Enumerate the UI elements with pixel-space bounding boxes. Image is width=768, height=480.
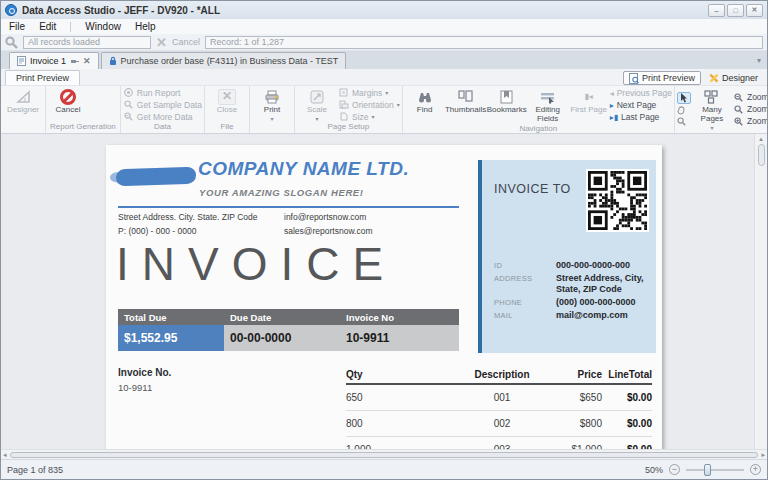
ribbon-group-zoom: Many Pages ▾ Zoom Out Zoom ▾ Z xyxy=(675,86,767,133)
window-title: Data Access Studio - JEFF - DV920 - *ALL xyxy=(22,5,220,16)
tab-close-icon[interactable]: ✕ xyxy=(83,56,91,66)
magnifier-icon xyxy=(123,100,134,110)
field-value-id: 000-000-0000-000 xyxy=(556,260,652,272)
scroll-left-icon[interactable]: ◂ xyxy=(3,451,7,458)
preview-canvas[interactable]: COMPANY NAME LTD. YOUR AMAZING SLOGAN HE… xyxy=(1,134,754,449)
vertical-scroll-thumb[interactable] xyxy=(758,144,765,166)
horizontal-scrollbar[interactable]: ◂ ▸ xyxy=(1,449,767,459)
get-sample-data-button[interactable]: Get Sample Data xyxy=(123,100,202,110)
orientation-label: Orientation xyxy=(352,100,394,110)
pointer-tool-button[interactable] xyxy=(677,92,691,104)
minimize-button[interactable]: ‒ xyxy=(708,4,725,17)
zoom-out-label: Zoom Out xyxy=(747,92,767,102)
tab-overflow-icon[interactable]: ▾ xyxy=(757,56,761,65)
view-designer-button[interactable]: Designer xyxy=(704,71,763,85)
scroll-right-icon[interactable]: ▸ xyxy=(761,451,765,458)
next-page-button[interactable]: ▸ Next Page xyxy=(610,100,672,110)
zoom-decrease-button[interactable]: − xyxy=(669,464,680,475)
size-icon xyxy=(338,112,349,122)
maximize-button[interactable]: □ xyxy=(727,4,744,17)
pin-icon[interactable] xyxy=(70,57,79,66)
invoice-no-value: 10-9911 xyxy=(118,382,152,393)
bookmarks-button[interactable]: Bookmarks xyxy=(487,87,527,124)
cancel-load-icon[interactable]: ✕ xyxy=(156,36,167,49)
get-more-data-button[interactable]: Get More Data xyxy=(123,112,202,122)
scale-button[interactable]: Scale ▾ xyxy=(297,87,337,122)
last-page-button[interactable]: ▸▮ Last Page xyxy=(610,112,672,122)
thumbnails-button[interactable]: Thumbnails xyxy=(446,87,486,124)
group-label-data: Data xyxy=(121,122,204,133)
menu-edit[interactable]: Edit xyxy=(39,21,56,32)
lock-icon xyxy=(109,56,117,66)
cancel-generation-label: Cancel xyxy=(56,106,81,115)
company-email-2: sales@reportsnow.com xyxy=(284,226,372,236)
horizontal-scroll-thumb[interactable] xyxy=(10,452,759,458)
run-report-button[interactable]: Run Report xyxy=(123,88,202,98)
scroll-up-icon[interactable]: ▴ xyxy=(759,135,763,142)
scale-label: Scale xyxy=(307,106,327,115)
menu-help[interactable]: Help xyxy=(135,21,156,32)
orientation-button[interactable]: Orientation ▾ xyxy=(338,100,400,110)
report-icon xyxy=(17,56,26,66)
many-pages-button[interactable]: Many Pages ▾ xyxy=(692,87,732,131)
ribbon-tab-print-preview[interactable]: Print Preview xyxy=(5,70,80,85)
view-print-preview-button[interactable]: Print Preview xyxy=(623,71,701,85)
field-label-id: ID xyxy=(494,260,556,272)
field-value-mail: mail@comp.com xyxy=(556,310,652,322)
invoice-page[interactable]: COMPANY NAME LTD. YOUR AMAZING SLOGAN HE… xyxy=(106,145,662,449)
ribbon-group-data: Run Report Get Sample Data Get More Data… xyxy=(121,86,205,133)
zoom-tool-button[interactable] xyxy=(677,117,691,126)
cancel-load-label[interactable]: Cancel xyxy=(172,37,200,47)
menu-file[interactable]: File xyxy=(9,21,25,32)
search-icon[interactable] xyxy=(5,36,18,49)
tab-purchase-order-label: Purchase order base (F4311) in Business … xyxy=(121,56,339,66)
records-status-field[interactable] xyxy=(23,36,151,49)
last-page-label: Last Page xyxy=(621,112,659,122)
menu-window[interactable]: Window xyxy=(85,21,121,32)
col-price: Price xyxy=(558,369,602,383)
first-page-button[interactable]: ▮◂ First Page xyxy=(569,87,609,124)
field-label-mail: MAIL xyxy=(494,310,556,322)
tab-purchase-order[interactable]: Purchase order base (F4311) in Business … xyxy=(101,52,347,69)
designer-label: Designer xyxy=(7,106,39,115)
zoom-slider[interactable] xyxy=(686,469,744,471)
vertical-scrollbar[interactable]: ▴ xyxy=(754,134,767,449)
tab-invoice-1[interactable]: Invoice 1 ✕ xyxy=(9,52,99,69)
summary-invoice-no: 10-9911 xyxy=(340,325,459,351)
print-button[interactable]: Print ▾ xyxy=(252,87,292,122)
zoom-in-button[interactable]: Zoom In xyxy=(733,116,767,126)
get-sample-data-label: Get Sample Data xyxy=(137,100,202,110)
last-page-icon: ▸▮ xyxy=(610,113,618,122)
find-button[interactable]: Find xyxy=(405,87,445,124)
first-page-icon: ▮◂ xyxy=(580,89,598,105)
size-button[interactable]: Size ▾ xyxy=(338,112,400,122)
margins-button[interactable]: Margins ▾ xyxy=(338,88,400,98)
cancel-generation-button[interactable]: Cancel xyxy=(48,87,88,122)
close-preview-button[interactable]: ✕ Close xyxy=(207,87,247,122)
zoom-increase-button[interactable]: + xyxy=(750,464,761,475)
ribbon-group-print: Print ▾ xyxy=(250,86,295,133)
editing-fields-button[interactable]: Editing Fields xyxy=(528,87,568,124)
invoice-no-label: Invoice No. xyxy=(118,367,171,378)
zoom-out-button[interactable]: Zoom Out xyxy=(733,92,767,102)
designer-button[interactable]: Designer xyxy=(3,87,43,122)
record-position-field[interactable] xyxy=(205,36,763,49)
zoom-button[interactable]: Zoom ▾ xyxy=(733,104,767,114)
col-qty: Qty xyxy=(346,369,446,383)
print-dropdown-icon: ▾ xyxy=(271,116,274,123)
zoom-in-label: Zoom In xyxy=(747,116,767,126)
view-designer-label: Designer xyxy=(722,73,758,83)
zoom-slider-thumb[interactable] xyxy=(704,464,711,476)
summary-due-date: 00-00-0000 xyxy=(224,325,340,351)
hand-tool-button[interactable] xyxy=(677,106,691,115)
zoom-tool-icon xyxy=(677,117,686,126)
title-bar: Data Access Studio - JEFF - DV920 - *ALL… xyxy=(1,1,767,19)
thumbnails-label: Thumbnails xyxy=(445,106,486,115)
previous-page-label: Previous Page xyxy=(617,88,672,98)
previous-page-button[interactable]: ◂ Previous Page xyxy=(610,88,672,98)
logo-brush xyxy=(116,167,197,187)
line-items-table: Qty Description Price LineTotal 650 001 … xyxy=(346,369,652,449)
ribbon-group-report-generation: Cancel Report Generation xyxy=(46,86,121,133)
record-toolbar: ✕ Cancel xyxy=(1,34,767,51)
close-button[interactable]: ✕ xyxy=(746,4,763,17)
